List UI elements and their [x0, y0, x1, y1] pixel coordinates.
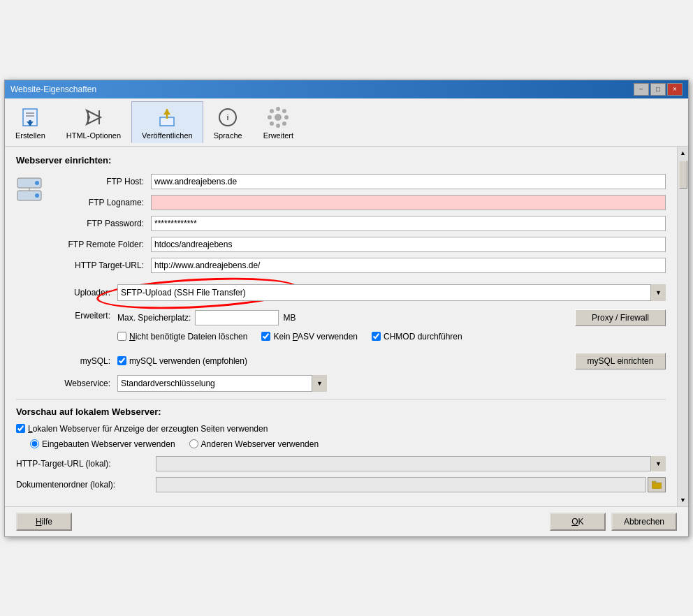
erstellen-icon — [17, 105, 43, 130]
veroffentlichen-label: Veröffentlichen — [142, 131, 193, 140]
folder-icon — [652, 481, 662, 489]
scroll-up[interactable]: ▲ — [678, 148, 687, 158]
erweitert-row: Erweitert: Max. Speicherplatz: MB Proxy … — [16, 309, 666, 347]
svg-marker-10 — [163, 109, 170, 115]
dialog-window: Website-Eigenschaften − □ × Erstellen — [4, 80, 689, 537]
webserver-section-title: Webserver einrichten: — [16, 155, 666, 166]
kein-pasv-label: Kein PASV verwenden — [273, 332, 358, 342]
sprache-icon: i — [215, 105, 240, 130]
content-area: Webserver einrichten: FTP Host: — [5, 147, 677, 506]
nicht-benoetigt-checkbox[interactable] — [117, 332, 126, 341]
proxy-firewall-button[interactable]: Proxy / Firewall — [575, 309, 666, 326]
main-area: Webserver einrichten: FTP Host: — [5, 147, 688, 506]
http-local-input[interactable] — [156, 456, 666, 471]
checkbox-row: Nicht benötigte Dateien löschen Kein PAS… — [117, 332, 666, 342]
abbrechen-button[interactable]: Abbrechen — [611, 513, 677, 531]
svg-rect-27 — [652, 483, 662, 489]
server-icon — [16, 177, 43, 213]
webservice-select[interactable]: Standardverschlüsselung Keine Verschlüss… — [117, 375, 327, 392]
mysql-content: mySQL verwenden (empfohlen) mySQL einric… — [117, 353, 666, 369]
minimize-button[interactable]: − — [634, 83, 649, 96]
erstellen-label: Erstellen — [15, 131, 45, 140]
title-bar: Website-Eigenschaften − □ × — [5, 80, 688, 98]
doc-row: Dokumentenordner (lokal): — [16, 477, 666, 492]
uploader-label: Uploader: — [16, 288, 117, 298]
speicher-row: Max. Speicherplatz: MB Proxy / Firewall — [117, 309, 666, 326]
kein-pasv-checkbox[interactable] — [261, 332, 270, 341]
toolbar-item-sprache[interactable]: i Sprache — [203, 101, 253, 143]
kein-pasv-checkbox-item: Kein PASV verwenden — [261, 332, 358, 342]
sprache-label: Sprache — [214, 131, 242, 140]
svg-point-20 — [270, 122, 274, 126]
title-bar-buttons: − □ × — [634, 83, 683, 96]
footer-right: OK Abbrechen — [550, 513, 677, 531]
section-divider — [16, 399, 666, 399]
svg-point-13 — [275, 114, 282, 121]
hilfe-button[interactable]: Hilfe — [16, 513, 72, 531]
erweitert-content: Max. Speicherplatz: MB Proxy / Firewall … — [117, 309, 666, 347]
http-target-row: HTTP Target-URL: — [50, 258, 666, 273]
scroll-thumb[interactable] — [679, 161, 687, 189]
mysql-verwenden-checkbox[interactable] — [117, 356, 126, 365]
scroll-down[interactable]: ▼ — [678, 495, 687, 505]
vorschau-section-title: Vorschau auf lokalem Webserver: — [16, 406, 666, 417]
mysql-einrichten-button[interactable]: mySQL einrichten — [575, 353, 666, 369]
eingebaut-radio[interactable] — [30, 439, 39, 448]
ftp-logname-input[interactable] — [151, 195, 666, 210]
toolbar-item-erweitert[interactable]: Erweitert — [253, 101, 304, 143]
ftp-host-label: FTP Host: — [50, 177, 151, 186]
close-button[interactable]: × — [667, 83, 683, 96]
ok-button[interactable]: OK — [550, 513, 606, 531]
scrollbar[interactable]: ▲ ▼ — [677, 147, 688, 506]
svg-point-19 — [282, 109, 286, 113]
lokalen-webserver-label: Lokalen Webserver für Anzeige der erzeug… — [28, 424, 268, 434]
toolbar: Erstellen HTML-Optionen Verö — [5, 98, 688, 147]
svg-point-18 — [270, 109, 274, 113]
footer: Hilfe OK Abbrechen — [5, 506, 688, 536]
speicher-unit: MB — [283, 313, 296, 323]
speicher-input[interactable] — [195, 310, 279, 325]
dialog-title: Website-Eigenschaften — [10, 85, 96, 94]
lokalen-webserver-row: Lokalen Webserver für Anzeige der erzeug… — [16, 424, 666, 434]
anderen-radio[interactable] — [189, 439, 198, 448]
nicht-benoetigt-label: Nicht benötigte Dateien löschen — [129, 332, 247, 342]
http-local-label: HTTP-Target-URL (lokal): — [16, 459, 156, 469]
ftp-password-input[interactable] — [151, 216, 666, 231]
chmod-checkbox[interactable] — [372, 332, 381, 341]
html-optionen-icon — [81, 105, 106, 130]
svg-point-23 — [35, 181, 39, 185]
ftp-host-row: FTP Host: — [50, 174, 666, 189]
anderen-label: Anderen Webserver verwenden — [201, 439, 319, 449]
http-target-input[interactable] — [151, 258, 666, 273]
ftp-remote-label: FTP Remote Folder: — [50, 240, 151, 249]
uploader-select[interactable]: SFTP-Upload (SSH File Transfer) FTP-Uplo… — [117, 284, 666, 301]
webservice-label: Webservice: — [16, 379, 117, 388]
svg-point-14 — [276, 107, 280, 111]
http-local-row: HTTP-Target-URL (lokal): ▼ — [16, 456, 666, 471]
http-local-input-wrap: ▼ — [156, 456, 666, 471]
ftp-password-row: FTP Password: — [50, 216, 666, 231]
toolbar-item-veroffentlichen[interactable]: Veröffentlichen — [131, 101, 203, 143]
doc-browse-button[interactable] — [648, 477, 666, 492]
doc-label: Dokumentenordner (lokal): — [16, 480, 156, 490]
svg-point-17 — [284, 115, 289, 119]
speicher-label: Max. Speicherplatz: — [117, 313, 191, 323]
nicht-benoetigt-checkbox-item: Nicht benötigte Dateien löschen — [117, 332, 247, 342]
webservice-select-wrap: Standardverschlüsselung Keine Verschlüss… — [117, 375, 327, 392]
lokalen-webserver-checkbox[interactable] — [16, 424, 25, 433]
svg-point-16 — [268, 115, 272, 119]
ftp-remote-input[interactable] — [151, 237, 666, 252]
server-section: FTP Host: FTP Logname: FTP Password: — [16, 174, 666, 279]
maximize-button[interactable]: □ — [650, 83, 666, 96]
erweitert-icon — [265, 105, 291, 130]
toolbar-item-erstellen[interactable]: Erstellen — [5, 101, 56, 143]
radio-eingebaut-item: Eingebauten Webserver verwenden — [30, 439, 175, 449]
server-fields: FTP Host: FTP Logname: FTP Password: — [50, 174, 666, 279]
ftp-host-input[interactable] — [151, 174, 666, 189]
http-target-label: HTTP Target-URL: — [50, 261, 151, 270]
doc-input[interactable] — [156, 477, 646, 492]
toolbar-item-html-optionen[interactable]: HTML-Optionen — [56, 101, 131, 143]
svg-point-21 — [282, 122, 286, 126]
radio-anderen-item: Anderen Webserver verwenden — [189, 439, 319, 449]
ftp-remote-row: FTP Remote Folder: — [50, 237, 666, 252]
